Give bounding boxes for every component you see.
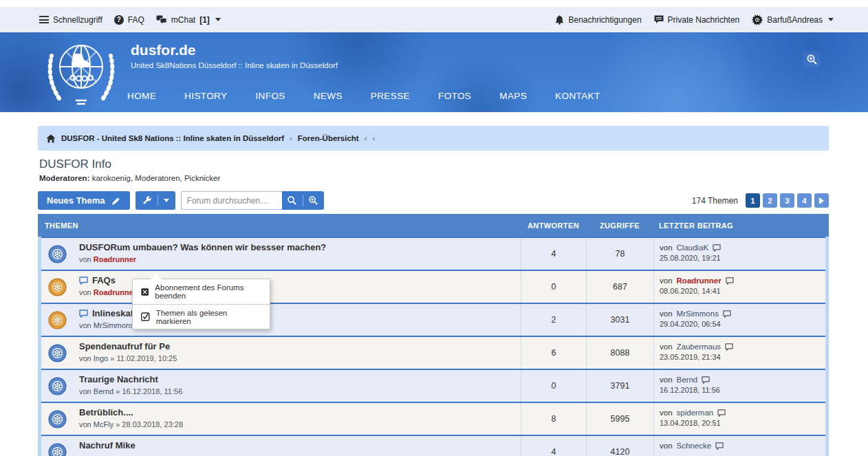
- search-icon: [287, 195, 297, 206]
- views-count: 5995: [586, 403, 653, 435]
- advanced-search-button[interactable]: [303, 191, 324, 210]
- last-post-date: 29.04.2020, 06:54: [660, 320, 820, 328]
- breadcrumb-separator: ‹: [290, 134, 292, 142]
- search-input[interactable]: [181, 191, 282, 210]
- menu-item-label: Themen als gelesen markieren: [156, 309, 261, 325]
- goto-last-post-icon[interactable]: [713, 244, 721, 252]
- pencil-icon: [111, 196, 121, 206]
- topic-list-header: THEMEN ANTWORTEN ZUGRIFFE LETZTER BEITRA…: [38, 214, 829, 237]
- posted-in-topic-icon[interactable]: [79, 276, 88, 285]
- search-submit-button[interactable]: [282, 191, 303, 210]
- last-post-author-link[interactable]: spiderman: [677, 409, 714, 417]
- page-button-4[interactable]: 4: [797, 193, 812, 208]
- search-plus-icon: [308, 195, 318, 206]
- notifications-label: Benachrichtigungen: [568, 15, 641, 25]
- topic-wheel-icon: [48, 344, 67, 362]
- page-button-1[interactable]: 1: [746, 193, 760, 208]
- arrow-right-icon: [819, 197, 824, 204]
- last-post-cell: von ClaudiaK 25.08.2020, 19:21: [653, 238, 825, 270]
- last-post-author-link[interactable]: Roadrunner: [677, 276, 721, 285]
- topic-author-link[interactable]: Bernd: [94, 387, 113, 395]
- goto-last-post-icon[interactable]: [717, 409, 726, 417]
- private-messages-button[interactable]: Private Nachrichten: [654, 15, 740, 25]
- table-row: Traurige Nachricht von Bernd » 16.12.201…: [41, 369, 825, 402]
- page-button-2[interactable]: 2: [763, 193, 777, 208]
- nav-item-fotos[interactable]: FOTOS: [438, 91, 471, 101]
- topic-list: DUSFORum umbauen? Was können wir bessser…: [38, 237, 829, 456]
- page-button-3[interactable]: 3: [780, 193, 794, 208]
- nav-item-home[interactable]: HOME: [127, 91, 156, 101]
- top-bar: Schnellzugriff ? FAQ mChat [1] Benachric…: [0, 7, 868, 32]
- faq-link[interactable]: ? FAQ: [114, 15, 144, 25]
- notifications-button[interactable]: Benachrichtigungen: [555, 15, 641, 25]
- menu-item-unsubscribe[interactable]: Abonnement des Forums beenden: [133, 279, 270, 304]
- topic-author-line: von Ingo » 11.02.2019, 10:25: [79, 354, 515, 362]
- last-post-author-link[interactable]: Schnecke: [677, 442, 712, 450]
- topic-wheel-icon: [48, 245, 67, 263]
- forum-toolbar: Neues Thema: [38, 191, 829, 210]
- mchat-menu[interactable]: mChat [1]: [156, 15, 221, 25]
- moderators-list[interactable]: karokoenig, Moderatoren, Picknicker: [92, 174, 221, 182]
- new-topic-button[interactable]: Neues Thema: [38, 191, 130, 210]
- topic-author-link[interactable]: McFly: [94, 420, 113, 428]
- nav-item-maps[interactable]: MAPS: [499, 91, 527, 101]
- topic-title-link[interactable]: Nachruf Mike: [79, 440, 135, 450]
- menu-item-mark-read[interactable]: Themen als gelesen markieren: [133, 304, 270, 329]
- quick-links-label: Schnellzugriff: [53, 15, 102, 25]
- topic-author-link[interactable]: MrSimmons: [94, 321, 134, 329]
- last-post-cell: von Bernd 16.12.2018, 11:56: [653, 370, 825, 402]
- header-search-button[interactable]: [803, 51, 820, 67]
- bell-icon: [555, 15, 564, 25]
- logo-emblem: [43, 35, 120, 108]
- replies-count: 2: [521, 304, 586, 336]
- last-post-cell: von Zaubermaus 23.05.2019, 21:34: [653, 337, 825, 369]
- content-area: DUSFOR - United Sk8 Nations :: Inline sk…: [38, 126, 829, 456]
- topic-title-link[interactable]: Betrüblich....: [79, 407, 133, 417]
- moderators-line: Moderatoren: karokoenig, Moderatoren, Pi…: [39, 174, 827, 182]
- topic-author-link[interactable]: Roadrunner: [94, 255, 136, 263]
- goto-last-post-icon[interactable]: [726, 277, 734, 285]
- last-post-author-link[interactable]: MrSimmons: [677, 310, 719, 318]
- site-logo[interactable]: [43, 35, 120, 111]
- breadcrumb-root[interactable]: DUSFOR - United Sk8 Nations :: Inline sk…: [61, 134, 284, 142]
- nav-item-news[interactable]: NEWS: [314, 91, 343, 101]
- nav-item-presse[interactable]: PRESSE: [371, 91, 410, 101]
- goto-last-post-icon[interactable]: [702, 376, 710, 384]
- column-header-lastpost: LETZTER BEITRAG: [653, 221, 829, 230]
- main-nav: HOME HISTORY INFOS NEWS PRESSE FOTOS MAP…: [127, 91, 600, 101]
- topic-title-link[interactable]: FAQs: [92, 275, 116, 285]
- topic-title-link[interactable]: Traurige Nachricht: [79, 374, 158, 384]
- user-menu[interactable]: BarfußAndreas: [752, 14, 834, 25]
- column-header-views: ZUGRIFFE: [586, 221, 653, 230]
- nav-item-history[interactable]: HISTORY: [184, 91, 227, 101]
- topic-title-link[interactable]: Spendenaufruf für Pe: [79, 341, 170, 351]
- nav-item-kontakt[interactable]: KONTAKT: [555, 91, 600, 101]
- chevron-down-icon: [164, 199, 169, 202]
- topic-author-line: von Bernd » 16.12.2018, 11:56: [79, 387, 515, 395]
- goto-last-post-icon[interactable]: [715, 442, 724, 450]
- nav-item-infos[interactable]: INFOS: [255, 91, 285, 101]
- views-count: 78: [586, 238, 653, 270]
- forum-tools-button[interactable]: [135, 191, 175, 210]
- new-topic-label: Neues Thema: [47, 195, 105, 206]
- breadcrumb-current[interactable]: Foren-Übersicht: [298, 134, 359, 142]
- button-divider: [158, 195, 158, 206]
- site-header: dusfor.de United Sk8Nations Düsseldorf :…: [0, 32, 868, 112]
- last-post-cell: von MrSimmons 29.04.2020, 06:54: [653, 304, 825, 336]
- posted-in-topic-icon[interactable]: [79, 310, 88, 318]
- chat-bubbles-icon: [156, 15, 167, 24]
- topic-title-link[interactable]: DUSFORum umbauen? Was können wir bessser…: [79, 242, 326, 252]
- topic-author-link[interactable]: Ingo: [94, 354, 108, 362]
- views-count: 3791: [586, 370, 653, 402]
- last-post-author-link[interactable]: Zaubermaus: [677, 343, 721, 351]
- goto-last-post-icon[interactable]: [723, 310, 731, 318]
- next-page-button[interactable]: [814, 193, 829, 208]
- quick-links-menu[interactable]: Schnellzugriff: [39, 15, 102, 25]
- last-post-author-link[interactable]: Bernd: [677, 376, 698, 384]
- forum-search: [181, 191, 324, 210]
- topic-author-link[interactable]: Roadrunner: [94, 288, 136, 296]
- last-post-date: 16.12.2018, 11:56: [660, 386, 820, 394]
- goto-last-post-icon[interactable]: [725, 343, 733, 351]
- message-bubble-icon: [654, 15, 664, 24]
- last-post-author-link[interactable]: ClaudiaK: [677, 243, 709, 252]
